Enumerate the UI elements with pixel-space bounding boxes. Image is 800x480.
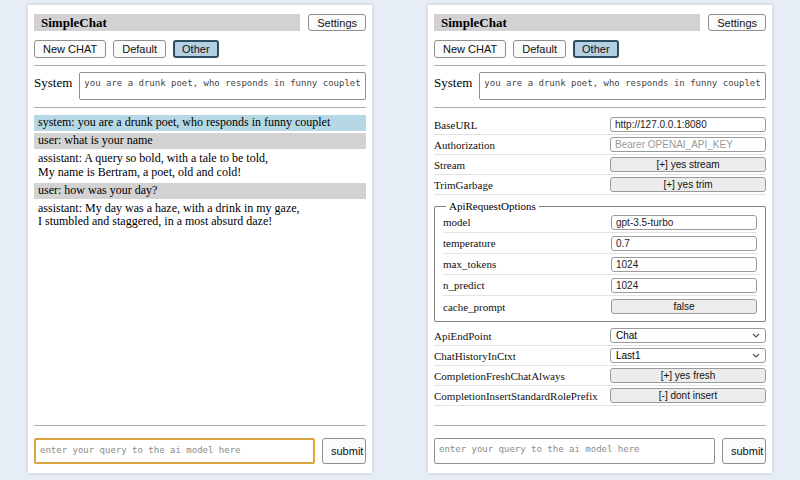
role-prefix-label: CompletionInsertStandardRolePrefix: [434, 390, 598, 402]
chat-view-panel: SimpleChat Settings New CHAT Default Oth…: [28, 5, 372, 473]
setting-row-model: model: [443, 212, 757, 233]
stream-label: Stream: [434, 159, 465, 171]
submit-button[interactable]: submit: [722, 438, 766, 464]
chat-message-user: user: how was your day?: [34, 183, 366, 199]
chevron-down-icon: [752, 353, 760, 358]
api-request-options-fieldset: ApiRequestOptions model temperature max_…: [434, 200, 766, 322]
session-other-button[interactable]: Other: [173, 40, 219, 58]
chat-message-user: user: what is your name: [34, 133, 366, 149]
app-title: SimpleChat: [34, 14, 300, 31]
new-chat-button[interactable]: New CHAT: [434, 40, 506, 58]
query-input[interactable]: [434, 438, 715, 464]
chat-history-label: ChatHistoryInCtxt: [434, 350, 516, 362]
fresh-chat-toggle-button[interactable]: [+] yes fresh: [610, 368, 766, 383]
setting-row-baseurl: BaseURL: [434, 115, 766, 135]
divider: [34, 65, 366, 66]
chat-history-select[interactable]: Last1: [610, 348, 766, 363]
divider: [34, 107, 366, 108]
api-endpoint-value: Chat: [616, 330, 637, 341]
baseurl-label: BaseURL: [434, 119, 477, 131]
system-prompt-input[interactable]: you are a drunk poet, who responds in fu…: [479, 72, 766, 100]
setting-row-cache-prompt: cache_prompt false: [443, 296, 757, 317]
cache-prompt-label: cache_prompt: [443, 301, 505, 313]
n-predict-label: n_predict: [443, 279, 485, 291]
cache-prompt-toggle-button[interactable]: false: [611, 299, 757, 314]
titlebar: SimpleChat Settings: [34, 14, 366, 31]
system-label: System: [434, 72, 472, 91]
setting-row-stream: Stream [+] yes stream: [434, 155, 766, 175]
temperature-label: temperature: [443, 237, 496, 249]
session-buttons: New CHAT Default Other: [34, 40, 366, 58]
baseurl-input[interactable]: [610, 117, 766, 132]
divider: [434, 65, 766, 66]
session-default-button[interactable]: Default: [113, 40, 166, 58]
api-endpoint-select[interactable]: Chat: [610, 328, 766, 343]
fresh-chat-label: CompletionFreshChatAlways: [434, 370, 565, 382]
session-buttons: New CHAT Default Other: [434, 40, 766, 58]
chat-message-assistant: assistant: My day was a haze, with a dri…: [34, 201, 366, 231]
setting-row-temperature: temperature: [443, 233, 757, 254]
system-prompt-row: System you are a drunk poet, who respond…: [34, 72, 366, 100]
app-title: SimpleChat: [434, 14, 700, 31]
system-prompt-input[interactable]: you are a drunk poet, who responds in fu…: [79, 72, 366, 100]
chevron-down-icon: [752, 333, 760, 338]
divider: [434, 107, 766, 108]
api-request-options-legend: ApiRequestOptions: [446, 200, 539, 212]
session-default-button[interactable]: Default: [513, 40, 566, 58]
settings-button[interactable]: Settings: [308, 14, 366, 31]
setting-row-max-tokens: max_tokens: [443, 254, 757, 275]
role-prefix-toggle-button[interactable]: [-] dont insert: [610, 388, 766, 403]
query-row: submit: [34, 438, 366, 464]
temperature-input[interactable]: [611, 236, 757, 251]
setting-row-role-prefix: CompletionInsertStandardRolePrefix [-] d…: [434, 386, 766, 406]
n-predict-input[interactable]: [611, 278, 757, 293]
titlebar: SimpleChat Settings: [434, 14, 766, 31]
setting-row-api-endpoint: ApiEndPoint Chat: [434, 326, 766, 346]
settings-list: BaseURL Authorization Stream [+] yes str…: [434, 115, 766, 418]
model-input[interactable]: [611, 215, 757, 230]
divider: [34, 425, 366, 426]
divider: [434, 425, 766, 426]
trimgarbage-label: TrimGarbage: [434, 179, 493, 191]
setting-row-n-predict: n_predict: [443, 275, 757, 296]
chat-history-value: Last1: [616, 350, 640, 361]
trimgarbage-toggle-button[interactable]: [+] yes trim: [610, 177, 766, 192]
new-chat-button[interactable]: New CHAT: [34, 40, 106, 58]
stream-toggle-button[interactable]: [+] yes stream: [610, 157, 766, 172]
setting-row-authorization: Authorization: [434, 135, 766, 155]
query-input[interactable]: [34, 438, 315, 464]
model-label: model: [443, 216, 471, 228]
system-label: System: [34, 72, 72, 91]
max-tokens-label: max_tokens: [443, 258, 496, 270]
settings-view-panel: SimpleChat Settings New CHAT Default Oth…: [428, 5, 772, 473]
setting-row-chat-history: ChatHistoryInCtxt Last1: [434, 346, 766, 366]
api-endpoint-label: ApiEndPoint: [434, 330, 491, 342]
chat-message-system: system: you are a drunk poet, who respon…: [34, 115, 366, 131]
chat-message-assistant: assistant: A query so bold, with a tale …: [34, 151, 366, 181]
setting-row-fresh-chat: CompletionFreshChatAlways [+] yes fresh: [434, 366, 766, 386]
authorization-input[interactable]: [610, 137, 766, 152]
submit-button[interactable]: submit: [322, 438, 366, 464]
max-tokens-input[interactable]: [611, 257, 757, 272]
query-row: submit: [434, 438, 766, 464]
chat-messages: system: you are a drunk poet, who respon…: [34, 115, 366, 418]
system-prompt-row: System you are a drunk poet, who respond…: [434, 72, 766, 100]
authorization-label: Authorization: [434, 139, 495, 151]
setting-row-trimgarbage: TrimGarbage [+] yes trim: [434, 175, 766, 195]
settings-button[interactable]: Settings: [708, 14, 766, 31]
session-other-button[interactable]: Other: [573, 40, 619, 58]
